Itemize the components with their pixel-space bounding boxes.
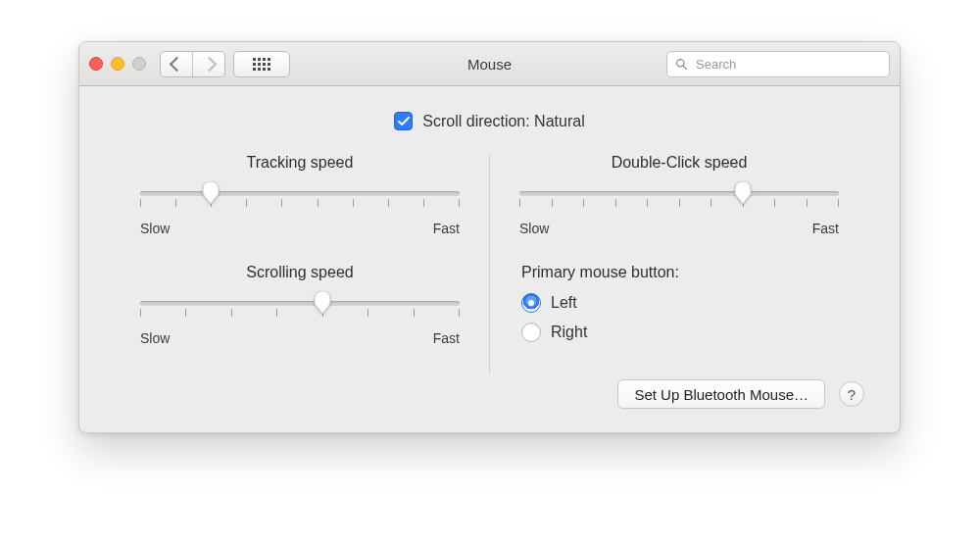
checkmark-icon: [398, 117, 410, 126]
window-controls: [89, 57, 146, 71]
radio-right-label: Right: [551, 324, 587, 341]
close-window-button[interactable]: [89, 57, 103, 71]
scroll-direction-row: Scroll direction: Natural: [111, 112, 868, 130]
left-column: Tracking speed Slow: [111, 154, 489, 374]
double-click-speed-slider[interactable]: [519, 181, 839, 219]
chevron-left-icon: [169, 56, 184, 72]
search-input[interactable]: [694, 56, 881, 73]
pane-body: Scroll direction: Natural Tracking speed: [79, 86, 900, 432]
slider-min-label: Slow: [140, 221, 170, 236]
help-button[interactable]: ?: [839, 381, 864, 407]
zoom-window-button[interactable]: [132, 57, 146, 71]
svg-line-1: [683, 66, 686, 69]
window-toolbar: Mouse: [79, 42, 900, 86]
button-label: Set Up Bluetooth Mouse…: [634, 386, 808, 403]
slider-ticks: [140, 309, 460, 317]
slider-max-label: Fast: [433, 221, 460, 236]
primary-button-title: Primary mouse button:: [521, 264, 839, 281]
scroll-direction-label: Scroll direction: Natural: [422, 113, 584, 130]
setup-bluetooth-mouse-button[interactable]: Set Up Bluetooth Mouse…: [617, 379, 825, 409]
scrolling-speed-title: Scrolling speed: [140, 264, 460, 281]
tracking-speed-block: Tracking speed Slow: [140, 154, 460, 236]
slider-track: [519, 191, 839, 196]
chevron-right-icon: [201, 56, 217, 72]
radio-right[interactable]: [521, 323, 541, 342]
search-field[interactable]: [666, 51, 890, 77]
slider-max-label: Fast: [433, 330, 460, 346]
primary-right-row[interactable]: Right: [521, 323, 839, 342]
forward-button[interactable]: [192, 52, 224, 76]
right-column: Double-Click speed Sl: [490, 154, 868, 374]
footer-row: Set Up Bluetooth Mouse… ?: [111, 374, 868, 411]
double-click-speed-title: Double-Click speed: [519, 154, 839, 172]
slider-track: [140, 301, 460, 306]
search-icon: [675, 58, 688, 71]
back-button[interactable]: [161, 52, 192, 76]
slider-min-label: Slow: [519, 221, 549, 236]
slider-min-label: Slow: [140, 330, 170, 346]
double-click-speed-block: Double-Click speed Sl: [519, 154, 839, 236]
show-all-button[interactable]: [233, 51, 290, 77]
tracking-speed-title: Tracking speed: [140, 154, 460, 172]
primary-left-row[interactable]: Left: [521, 293, 839, 313]
scrolling-speed-block: Scrolling speed Slow: [140, 264, 460, 346]
preferences-window: Mouse Scroll direction: Natural: [78, 41, 901, 433]
slider-ticks: [519, 199, 839, 207]
slider-track: [140, 191, 460, 196]
slider-max-label: Fast: [812, 221, 839, 236]
nav-back-forward: [160, 51, 225, 77]
radio-left-label: Left: [551, 294, 577, 312]
scrolling-speed-slider[interactable]: [140, 291, 460, 328]
tracking-speed-slider[interactable]: [140, 181, 460, 219]
scroll-direction-checkbox[interactable]: [394, 112, 413, 130]
minimize-window-button[interactable]: [111, 57, 124, 71]
grid-icon: [253, 58, 270, 71]
radio-left[interactable]: [521, 293, 541, 313]
primary-button-group: Primary mouse button: Left Right: [519, 264, 839, 342]
slider-ticks: [140, 199, 460, 207]
help-icon: ?: [848, 386, 856, 403]
